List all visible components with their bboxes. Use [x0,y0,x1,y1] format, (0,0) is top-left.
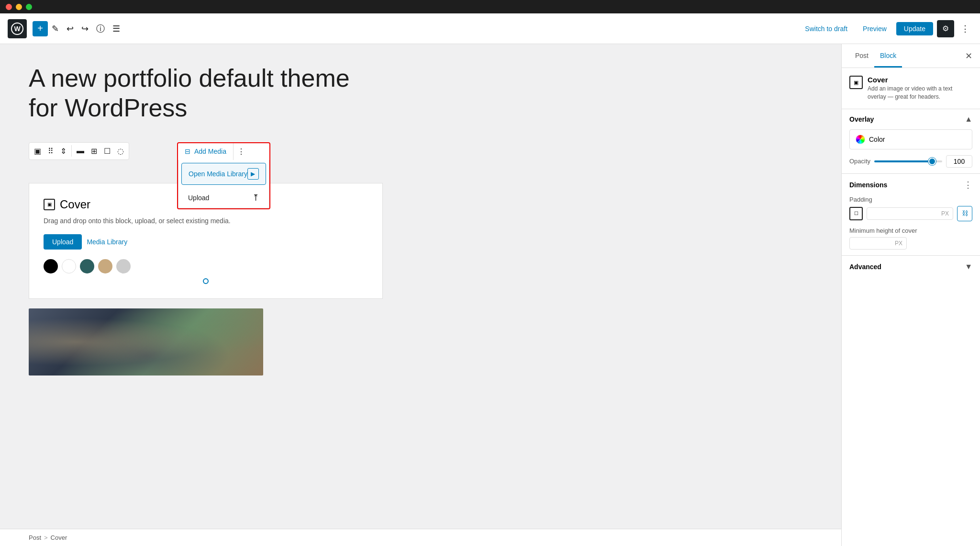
close-button[interactable] [6,4,12,10]
post-image-overlay [29,308,263,375]
list-icon: ☰ [112,23,120,34]
padding-label: Padding [849,196,972,203]
undo-icon: ↩ [67,23,74,34]
media-library-button[interactable]: Media Library [87,238,127,246]
opacity-value[interactable]: 100 [946,155,972,168]
crop-button[interactable]: ◌ [114,145,127,158]
tab-post[interactable]: Post [849,44,874,68]
padding-input[interactable] [871,210,941,217]
link-icon: ⛓ [962,210,968,217]
opacity-label: Opacity [849,158,870,165]
list-view-button[interactable]: ☰ [109,21,124,37]
block-info-row: ▣ Cover Add an image or video with a tex… [849,76,972,101]
color-label: Color [869,136,885,143]
color-circle-icon [856,135,865,144]
block-icon-button[interactable]: ▣ [31,145,44,158]
color-swatch-white[interactable] [62,259,76,273]
preview-button[interactable]: Preview [857,22,892,35]
add-media-more-button[interactable]: ⋮ [233,143,249,160]
undo-button[interactable]: ↩ [63,21,78,37]
min-height-unit-label: PX [895,240,902,247]
align-wide-button[interactable]: ⊞ [88,145,100,158]
switch-to-draft-button[interactable]: Switch to draft [799,22,853,35]
color-swatches [44,259,368,273]
cover-block-icon: ▣ [34,147,41,156]
breadcrumb-separator: > [44,534,48,541]
open-media-library-item[interactable]: Open Media Library ▶ [181,163,266,185]
min-height-section: Minimum height of cover PX [849,227,972,250]
block-info-description: Add an image or video with a text overla… [868,85,972,101]
redo-icon: ↪ [81,23,89,34]
add-media-label: Add Media [194,148,226,155]
drag-handle-button[interactable]: ⠿ [45,145,56,158]
align-wide-icon: ⊞ [91,147,97,156]
color-swatch-teal[interactable] [80,259,94,273]
upload-button[interactable]: Upload [44,234,82,250]
overlay-section: Overlay ▲ Color Opacity 100 [842,109,980,174]
padding-row: ☐ PX ⛓ [849,206,972,221]
min-height-input[interactable] [854,239,895,247]
info-button[interactable]: ⓘ [92,20,109,37]
resize-dot[interactable] [203,278,209,284]
opacity-slider[interactable] [874,160,942,162]
color-swatch-gray[interactable] [116,259,131,273]
more-options-button[interactable]: ⋮ [958,21,972,37]
dimensions-title: Dimensions [849,181,887,189]
ellipsis-icon: ⋮ [961,24,969,34]
align-center-button[interactable]: ▬ [74,145,87,157]
move-up-down-button[interactable]: ⇕ [57,145,69,158]
post-image [29,308,263,375]
align-center-icon: ▬ [77,147,84,155]
open-media-library-label: Open Media Library [189,170,247,178]
minimize-button[interactable] [16,4,22,10]
advanced-section-header[interactable]: Advanced ▼ [842,256,980,278]
upload-label: Upload [188,194,209,202]
add-media-button[interactable]: ⊟ Add Media [178,144,233,159]
block-info-icon: ▣ [849,76,863,89]
overlay-section-header[interactable]: Overlay ▲ [849,115,972,124]
sidebar-block-info: ▣ Cover Add an image or video with a tex… [842,68,980,109]
dimensions-more-icon[interactable]: ⋮ [964,180,972,190]
cover-block-title: Cover [60,198,90,211]
block-info-name: Cover [868,76,972,84]
info-icon: ⓘ [96,23,105,34]
padding-box-icon: ☐ [849,207,863,220]
add-media-icon: ⊟ [185,148,190,155]
color-option[interactable]: Color [849,129,972,149]
main-layout: A new portfolio default theme for WordPr… [0,44,980,546]
maximize-button[interactable] [26,4,32,10]
add-media-section: ⊟ Add Media ⋮ Open Media Library ▶ Uploa… [177,142,270,209]
breadcrumb-post[interactable]: Post [29,534,41,541]
padding-link-button[interactable]: ⛓ [957,206,972,221]
resize-handle[interactable] [44,278,368,284]
block-info-text: Cover Add an image or video with a text … [868,76,972,101]
chevron-updown-icon: ⇕ [60,147,67,156]
redo-button[interactable]: ↪ [78,21,92,37]
advanced-chevron-down-icon: ▼ [965,262,972,271]
color-swatch-tan[interactable] [98,259,112,273]
padding-section: Padding ☐ PX ⛓ [849,196,972,221]
sidebar-close-button[interactable]: ✕ [965,51,972,61]
breadcrumb-cover[interactable]: Cover [51,534,67,541]
opacity-slider-thumb[interactable] [928,158,936,165]
cover-block-buttons: Upload Media Library [44,234,368,250]
update-button[interactable]: Update [896,22,933,35]
wordpress-logo: W [8,19,27,38]
settings-button[interactable]: ⚙ [937,20,954,37]
add-block-button[interactable]: + [33,21,48,36]
tab-block[interactable]: Block [874,44,902,68]
toolbar-right: Switch to draft Preview Update ⚙ ⋮ [799,20,972,37]
upload-item[interactable]: Upload ⤒ [178,188,269,208]
opacity-row: Opacity 100 [849,155,972,168]
align-full-icon: ☐ [104,147,111,156]
post-title: A new portfolio default theme for WordPr… [29,63,364,123]
color-swatch-black[interactable] [44,259,58,273]
vertical-dots-icon: ⋮ [237,148,245,156]
overlay-title: Overlay [849,115,874,123]
cover-block-icon: ▣ [44,199,55,210]
block-container: ▣ ⠿ ⇕ ▬ ⊞ ☐ ◌ [29,142,383,375]
edit-tool-button[interactable]: ✎ [48,21,63,37]
align-full-button[interactable]: ☐ [101,145,113,158]
cover-block-description: Drag and drop onto this block, upload, o… [44,217,368,225]
pencil-icon: ✎ [52,23,59,34]
